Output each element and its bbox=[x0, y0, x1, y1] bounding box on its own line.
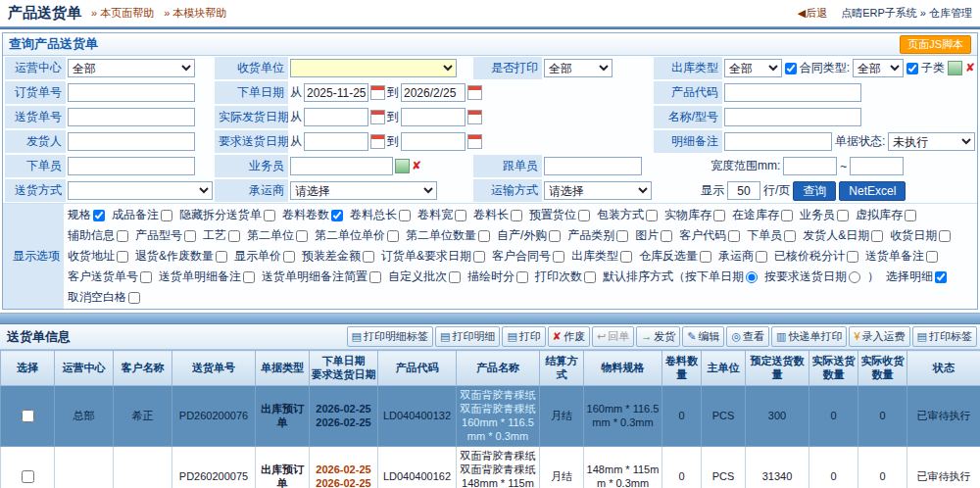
cell-product-name[interactable]: 双面背胶青稞纸双面背胶青稞纸148mm * 115mm * 0.3mm bbox=[457, 446, 540, 488]
display-option[interactable]: 客户送货单号 bbox=[68, 268, 152, 285]
calendar-icon[interactable] bbox=[467, 85, 482, 100]
display-option[interactable]: 仓库反选量 bbox=[639, 248, 711, 265]
salesman-clear-icon[interactable]: ✘ bbox=[412, 160, 421, 172]
display-option-checkbox[interactable] bbox=[549, 230, 561, 242]
display-option[interactable]: 虚拟库存 bbox=[856, 207, 916, 223]
receiver-unit-combo[interactable] bbox=[290, 59, 457, 77]
toolbar-button-express-print[interactable]: ▥ 快递单打印 bbox=[771, 326, 847, 347]
table-row[interactable]: 总部 希正 PD260200076 出库预订单 2026-02-252026-0… bbox=[1, 385, 980, 446]
shipper-input[interactable] bbox=[68, 132, 195, 151]
toolbar-button-receipt[interactable]: ↩ 回单 bbox=[592, 326, 634, 347]
product-code-input[interactable] bbox=[724, 83, 861, 102]
cell-product-name[interactable]: 双面背胶青稞纸双面背胶青稞纸160mm * 116.5mm * 0.3mm bbox=[457, 385, 540, 446]
module-help-link[interactable]: » 本模块帮助 bbox=[164, 6, 226, 21]
row-select-checkbox[interactable] bbox=[22, 410, 34, 422]
display-option-checkbox[interactable] bbox=[713, 210, 725, 221]
display-option[interactable]: 显示单价 bbox=[234, 248, 295, 265]
display-option-checkbox[interactable] bbox=[399, 210, 411, 221]
width-max-input[interactable] bbox=[850, 157, 904, 175]
calendar-icon[interactable] bbox=[467, 134, 482, 149]
calendar-icon[interactable] bbox=[370, 134, 385, 149]
display-option-checkbox[interactable] bbox=[264, 210, 275, 221]
doc-status-select[interactable]: 未执行 bbox=[888, 132, 975, 151]
display-option-checkbox[interactable] bbox=[296, 230, 308, 242]
display-option-checkbox[interactable] bbox=[871, 230, 883, 242]
subtype-clear-icon[interactable]: ✘ bbox=[965, 62, 975, 74]
display-option[interactable]: 工艺 bbox=[203, 227, 240, 244]
display-option-checkbox[interactable] bbox=[511, 210, 522, 221]
display-option[interactable]: 已核价税分计 bbox=[774, 248, 858, 265]
display-option[interactable]: 规格 bbox=[68, 207, 105, 223]
display-option[interactable]: 默认排序方式（按下单日期 bbox=[603, 268, 758, 285]
display-option[interactable]: 在途库存 bbox=[732, 207, 793, 223]
display-option[interactable]: 卷料长 bbox=[473, 207, 522, 223]
search-button[interactable]: 查询 bbox=[793, 181, 836, 201]
display-option[interactable]: 卷料宽 bbox=[417, 207, 466, 223]
display-option[interactable]: 送货单备注 bbox=[865, 248, 938, 265]
display-option[interactable]: 发货人&日期 bbox=[803, 227, 883, 244]
toolbar-button-print-detail-label[interactable]: ▤ 打印明细标签 bbox=[347, 326, 433, 347]
display-option[interactable]: 客户合同号 bbox=[492, 248, 564, 265]
display-option-checkbox[interactable] bbox=[184, 230, 196, 242]
display-option[interactable]: 包装方式 bbox=[597, 207, 658, 223]
display-option-checkbox[interactable] bbox=[363, 251, 374, 263]
display-option[interactable]: 隐藏拆分送货单 bbox=[179, 207, 275, 223]
tracker-input[interactable] bbox=[544, 157, 642, 175]
display-option[interactable]: 业务员 bbox=[800, 207, 849, 223]
display-option[interactable]: 第二单位单价 bbox=[315, 227, 399, 244]
display-option-checkbox[interactable] bbox=[243, 271, 255, 283]
display-option-checkbox[interactable] bbox=[140, 271, 152, 283]
display-option[interactable]: 退货&作废数量 bbox=[135, 248, 227, 265]
toolbar-button-enter-freight[interactable]: ¥ 录入运费 bbox=[849, 326, 909, 347]
display-option[interactable]: 收货地址 bbox=[68, 248, 128, 265]
display-option-checkbox[interactable] bbox=[781, 210, 793, 221]
display-option-checkbox[interactable] bbox=[516, 271, 528, 283]
order-no-input[interactable] bbox=[68, 83, 195, 102]
display-option-checkbox[interactable] bbox=[161, 210, 172, 221]
display-option[interactable]: 描绘时分 bbox=[467, 268, 528, 285]
subtype-lookup-icon[interactable] bbox=[948, 61, 962, 75]
display-option-checkbox[interactable] bbox=[473, 251, 485, 263]
display-option-checkbox[interactable] bbox=[128, 292, 140, 304]
toolbar-button-print-detail[interactable]: ▤ 打印明细 bbox=[435, 326, 500, 347]
display-option-checkbox[interactable] bbox=[646, 210, 658, 221]
display-option[interactable]: 辅助信息 bbox=[68, 227, 128, 244]
display-option-checkbox[interactable] bbox=[331, 210, 343, 221]
delivery-no-input[interactable] bbox=[68, 108, 195, 126]
calendar-icon[interactable] bbox=[467, 110, 482, 124]
calendar-icon[interactable] bbox=[370, 85, 385, 100]
display-option[interactable]: 图片 bbox=[635, 227, 672, 244]
required-date-to-input[interactable] bbox=[401, 132, 466, 151]
display-option[interactable]: 预置货位 bbox=[529, 207, 590, 223]
display-option[interactable]: 卷料总长 bbox=[350, 207, 411, 223]
width-min-input[interactable] bbox=[783, 157, 837, 175]
salesman-input[interactable] bbox=[290, 157, 393, 175]
display-option[interactable]: 实物库存 bbox=[664, 207, 725, 223]
delivery-mode-select[interactable] bbox=[68, 181, 213, 200]
display-option-checkbox[interactable] bbox=[553, 251, 564, 263]
is-printed-select[interactable]: 全部 bbox=[544, 59, 612, 77]
display-option-checkbox[interactable] bbox=[837, 210, 849, 221]
display-option-checkbox[interactable] bbox=[584, 271, 596, 283]
page-js-script-button[interactable]: 页面JS脚本 bbox=[900, 35, 971, 54]
display-option-checkbox[interactable] bbox=[216, 251, 227, 263]
operation-center-select[interactable]: 全部 bbox=[68, 59, 195, 77]
display-option[interactable]: 承运商 bbox=[718, 248, 767, 265]
netexcel-button[interactable]: NetExcel bbox=[839, 181, 906, 201]
required-date-from-input[interactable] bbox=[304, 132, 368, 151]
display-option[interactable]: 预装差金额 bbox=[302, 248, 374, 265]
display-option[interactable]: 取消空白格 bbox=[68, 289, 140, 306]
display-option-checkbox[interactable] bbox=[478, 230, 490, 242]
display-option-checkbox[interactable] bbox=[939, 230, 951, 242]
display-option-checkbox[interactable] bbox=[661, 230, 672, 242]
actual-ship-date-from-input[interactable] bbox=[304, 108, 368, 126]
order-date-to-input[interactable] bbox=[401, 83, 466, 102]
carrier-select[interactable]: 请选择 bbox=[290, 181, 437, 200]
transport-mode-select[interactable]: 请选择 bbox=[544, 181, 652, 200]
subtype-checkbox[interactable] bbox=[906, 63, 918, 74]
table-row[interactable]: PD260200075 出库预订单 2026-02-252026-02-25 L… bbox=[1, 446, 980, 488]
display-option[interactable]: 送货单明细备注 bbox=[159, 268, 255, 285]
toolbar-button-view[interactable]: ◎ 查看 bbox=[726, 326, 769, 347]
toolbar-button-ship[interactable]: → 发货 bbox=[636, 326, 680, 347]
display-option-checkbox[interactable] bbox=[455, 210, 466, 221]
